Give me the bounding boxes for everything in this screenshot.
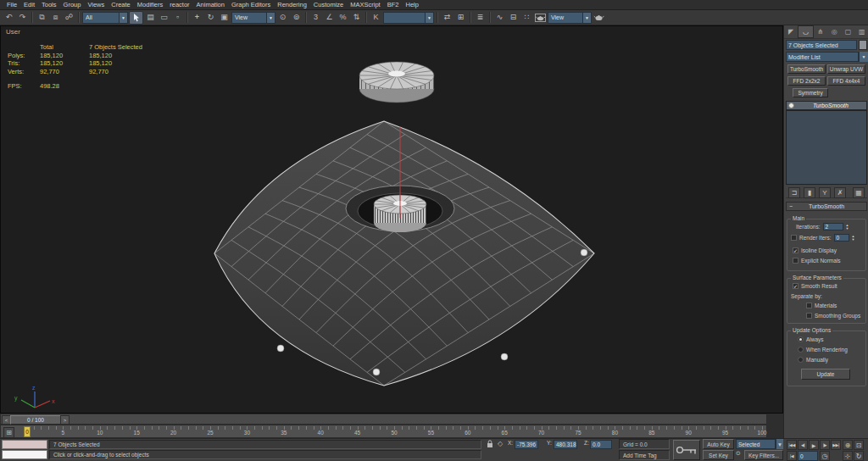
modifier-button-unwrap-uvw[interactable]: Unwrap UVW [827, 64, 865, 74]
layer-manager-icon[interactable]: ≣ [474, 12, 487, 24]
render-iters-spinner[interactable]: ▲▼ [852, 235, 855, 242]
key-mode-dropdown[interactable]: Selected [736, 439, 776, 449]
tab-modify-icon[interactable]: ◡ [798, 25, 813, 38]
menu-item[interactable]: Animation [193, 1, 228, 8]
time-slider-handle[interactable]: 0 / 100 [10, 415, 61, 425]
menu-item[interactable]: MAXScript [347, 1, 383, 8]
use-pivot-center-icon[interactable]: ⊙ [276, 12, 289, 24]
render-setup-icon[interactable] [534, 12, 547, 24]
modifier-button-ffd2x2x2[interactable]: FFD 2x2x2 [787, 76, 826, 86]
object-color-swatch[interactable] [859, 40, 867, 50]
window-crossing-icon[interactable]: ▫ [171, 12, 184, 24]
render-iters-checkbox[interactable] [791, 235, 797, 241]
tab-utilities-icon[interactable]: ▥ [855, 25, 868, 38]
configure-modifier-sets-icon[interactable]: ▦ [853, 187, 865, 198]
menu-item[interactable]: reactor [166, 1, 192, 8]
arc-rotate-icon[interactable]: ↻ [854, 451, 864, 461]
select-and-scale-icon[interactable]: ▣ [218, 12, 231, 24]
explicit-normals-checkbox[interactable] [793, 258, 798, 264]
rollout-header-turbosmooth[interactable]: − TurboSmooth [786, 202, 867, 211]
pan-icon[interactable]: ⊹ [843, 451, 853, 461]
rectangular-selection-icon[interactable]: ▭ [158, 12, 170, 24]
mini-listener-field[interactable] [2, 450, 47, 459]
menu-item[interactable]: Rendering [274, 1, 310, 8]
menu-item[interactable]: Create [108, 1, 134, 8]
key-step-icon[interactable]: |◀ [787, 451, 797, 461]
always-radio[interactable] [798, 336, 804, 342]
curve-editor-icon[interactable]: ∿ [493, 12, 506, 24]
materials-checkbox[interactable] [806, 303, 812, 308]
tab-display-icon[interactable]: ▢ [841, 25, 854, 38]
menu-item[interactable]: Customize [310, 1, 347, 8]
modifier-button-symmetry[interactable]: Symmetry [793, 88, 828, 97]
menu-item[interactable]: File [3, 1, 20, 8]
set-key-filter-icon[interactable]: ⊙ [736, 450, 741, 457]
modifier-list-dropdown[interactable]: Modifier List [786, 52, 859, 62]
manually-radio[interactable] [798, 357, 804, 363]
tab-motion-icon[interactable]: ◎ [827, 25, 841, 38]
angle-snap-icon[interactable]: ∠ [323, 12, 336, 24]
go-to-start-icon[interactable]: |◀◀ [787, 440, 797, 450]
tab-hierarchy-icon[interactable]: ⋔ [814, 25, 827, 38]
transform-typein-icon[interactable]: ◇ [498, 440, 503, 447]
select-and-link-icon[interactable]: ⧉ [36, 12, 48, 24]
menu-item[interactable]: BF2 [384, 1, 403, 8]
viewport-user[interactable]: z x y User Total7 Objects Selected Polys… [0, 25, 783, 414]
redo-icon[interactable]: ↷ [16, 12, 29, 24]
mirror-icon[interactable]: ⇄ [441, 12, 453, 24]
auto-key-button[interactable]: Auto Key [703, 439, 734, 449]
zoom-extents-icon[interactable]: ⊡ [854, 440, 864, 450]
set-key-button[interactable]: Set Key [703, 450, 734, 460]
prev-frame-icon[interactable]: ◀| [798, 440, 808, 450]
iterations-spinner[interactable]: ▲▼ [846, 224, 849, 230]
undo-icon[interactable]: ↶ [3, 12, 15, 24]
select-by-name-icon[interactable]: ▤ [144, 12, 157, 24]
select-and-manipulate-icon[interactable]: ⊚ [290, 12, 303, 24]
z-coord-field[interactable]: 0.0 [590, 440, 612, 449]
remove-modifier-icon[interactable]: ✗ [834, 187, 846, 198]
play-button-icon[interactable]: ▶ [809, 440, 819, 450]
align-icon[interactable]: ⊞ [454, 12, 467, 24]
unlink-selection-icon[interactable]: ⧈ [49, 12, 62, 24]
modifier-button-turbosmooth[interactable]: TurboSmooth [787, 64, 826, 74]
spinner-snap-icon[interactable]: ⇅ [350, 12, 363, 24]
menu-item[interactable]: Modifiers [134, 1, 166, 8]
menu-item[interactable]: Edit [20, 1, 38, 8]
menu-item[interactable]: Tools [38, 1, 60, 8]
next-frame-icon[interactable]: |▶ [820, 440, 830, 450]
menu-item[interactable]: Group [60, 1, 85, 8]
percent-snap-icon[interactable]: % [337, 12, 349, 24]
menu-item[interactable]: Help [402, 1, 421, 8]
tab-create-icon[interactable]: ◤ [784, 25, 798, 38]
isoline-display-checkbox[interactable]: ✓ [793, 247, 798, 253]
menu-item[interactable]: Graph Editors [228, 1, 274, 8]
render-view-dropdown[interactable]: View ▼ [548, 12, 592, 24]
x-coord-field[interactable]: -75.396 [515, 440, 538, 449]
pin-stack-icon[interactable]: ⊐ [788, 187, 800, 198]
snap-toggle-icon[interactable]: 3 [309, 12, 322, 24]
render-iters-field[interactable]: 0 [834, 234, 849, 242]
named-selection-sets-dropdown[interactable]: ▼ [383, 12, 434, 24]
select-and-rotate-icon[interactable]: ↻ [204, 12, 217, 24]
selection-lock-icon[interactable] [487, 440, 493, 448]
modifier-stack-selected[interactable]: TurboSmooth [786, 101, 867, 110]
zoom-icon[interactable]: ⊕ [843, 440, 853, 450]
macro-recorder-field[interactable] [2, 440, 47, 449]
track-bar[interactable]: ⊞ 05101520253035404550556065707580859095… [0, 425, 767, 438]
viewport-label[interactable]: User [6, 28, 20, 36]
bind-to-spacewarp-icon[interactable]: ☍ [63, 12, 75, 24]
modifier-stack-list[interactable] [786, 110, 867, 185]
add-time-tag[interactable]: Add Time Tag [619, 450, 670, 460]
time-config-icon[interactable]: ◷ [820, 451, 830, 461]
current-frame-marker[interactable]: 0 [24, 426, 31, 437]
time-slider-next-icon[interactable]: > [60, 415, 70, 425]
go-to-end-icon[interactable]: ▶▶| [831, 440, 841, 450]
smooth-result-checkbox[interactable]: ✓ [793, 283, 798, 289]
menu-item[interactable]: Views [84, 1, 108, 8]
object-name-field[interactable]: 7 Objects Selected [786, 40, 857, 50]
quick-render-teapot-icon[interactable] [593, 12, 605, 24]
when-rendering-radio[interactable] [798, 347, 804, 353]
reference-coordinate-dropdown[interactable]: View ▼ [231, 12, 275, 24]
current-frame-field[interactable]: 0 [798, 451, 818, 461]
modifier-enabled-icon[interactable] [788, 103, 794, 108]
